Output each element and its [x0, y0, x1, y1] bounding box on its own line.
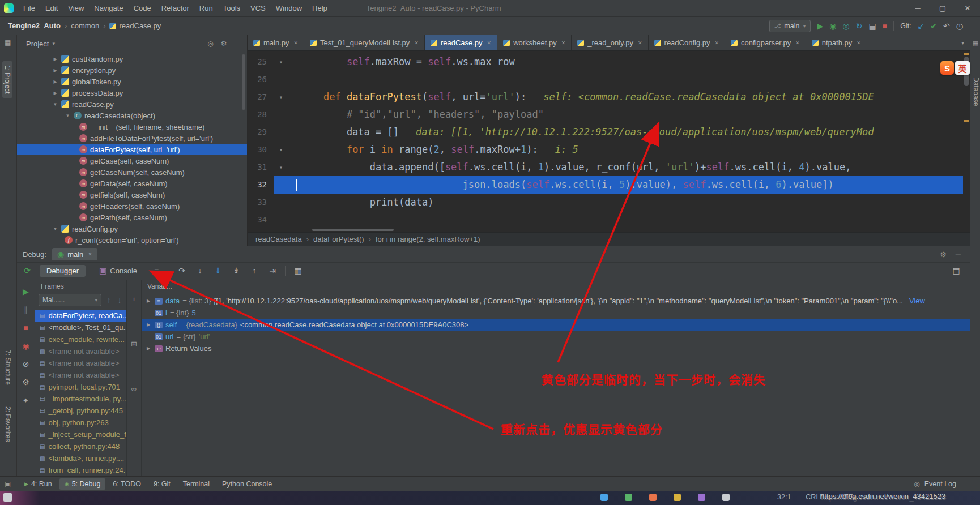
tab-close-icon[interactable]: ✕ — [857, 40, 861, 46]
project-tree-item[interactable]: mgetData(self, caseNum) — [17, 178, 247, 189]
frame-row[interactable]: ▤_importtestmodule, py... — [35, 393, 126, 405]
previous-frame-icon[interactable]: ↑ — [105, 296, 112, 305]
code-line[interactable]: 25▾ self.maxRow = self.ws.max_row — [248, 53, 963, 71]
step-out-icon[interactable]: ↑ — [249, 266, 260, 275]
statusbar-python-console[interactable]: Python Console — [217, 478, 277, 490]
taskbar-app-icon[interactable] — [625, 494, 632, 501]
more-options-icon[interactable]: ≡ — [151, 266, 162, 275]
gear-icon[interactable]: ⚙ — [940, 250, 947, 259]
tool-window-toggle-icon[interactable]: ▣ — [5, 480, 11, 488]
editor-tab[interactable]: readCase.py✕ — [425, 35, 497, 50]
frame-row[interactable]: ▤exec_module, rewrite... — [35, 333, 126, 345]
evaluate-expression-icon[interactable]: ▦ — [292, 266, 304, 275]
frame-row[interactable]: ▤_getobj, python.py:445 — [35, 405, 126, 417]
expand-icon[interactable]: ▶ — [145, 298, 152, 303]
tab-close-icon[interactable]: ✕ — [715, 40, 719, 46]
expand-icon[interactable]: ▶ — [145, 346, 152, 351]
editor-tab[interactable]: readConfig.py✕ — [649, 35, 726, 50]
gear-icon[interactable]: ⚙ — [22, 378, 29, 387]
frame-row[interactable]: ▤obj, python.py:263 — [35, 417, 126, 429]
tab-close-icon[interactable]: ✕ — [638, 40, 642, 46]
menu-vcs[interactable]: VCS — [245, 4, 271, 12]
frame-row[interactable]: ▤<lambda>, runner.py:... — [35, 452, 126, 464]
tree-collapse-icon[interactable]: ▼ — [65, 113, 71, 118]
tab-debugger[interactable]: Debugger — [40, 265, 86, 277]
project-tree-item[interactable]: mgetHeaders(self, caseNum) — [17, 200, 247, 212]
menu-refactor[interactable]: Refactor — [156, 4, 194, 12]
editor-tab[interactable]: ntpath.py✕ — [806, 35, 867, 50]
editor-breadcrumb-item[interactable]: dataForPytest() — [313, 235, 364, 243]
step-over-icon[interactable]: ↷ — [176, 266, 188, 275]
frame-row[interactable]: ▤dataForPytest, readCa... — [35, 310, 126, 322]
code-line[interactable]: 29 data = []data: [[1, 'http://10.12.1.2… — [248, 123, 963, 141]
rerun-debug-icon[interactable]: ⟳ — [22, 266, 33, 275]
git-rollback-button[interactable]: ↶ — [943, 22, 950, 31]
variable-row[interactable]: ▶{}self= {readCasedata}<common.readCase.… — [142, 319, 970, 331]
sogou-icon[interactable]: S — [940, 61, 954, 75]
code-line[interactable]: 27▾ def dataForPytest(self, url='url'):s… — [248, 88, 963, 106]
run-button[interactable]: ▶ — [817, 22, 823, 31]
minimize-icon[interactable]: ─ — [905, 0, 930, 17]
taskbar-app-icon[interactable] — [649, 494, 657, 501]
layout-settings-icon[interactable]: ▤ — [951, 266, 962, 275]
menu-view[interactable]: View — [63, 4, 89, 12]
project-tree-item[interactable]: m__init__(self, filename, sheetname) — [17, 121, 247, 132]
project-tree-item[interactable]: ▶encryption.py — [17, 65, 247, 76]
menu-run[interactable]: Run — [194, 4, 218, 12]
project-tree-item[interactable]: mdataForPytest(self, url='url') — [17, 144, 247, 155]
tab-console[interactable]: ▣ Console — [92, 264, 144, 277]
pin-icon[interactable]: ⌖ — [24, 396, 28, 405]
frame-row[interactable]: ▤<module>, Test_01_qu... — [35, 322, 126, 333]
debug-button[interactable]: ◉ — [829, 22, 836, 31]
view-breakpoints-icon[interactable]: ◉ — [22, 341, 29, 350]
frame-row[interactable]: ▤collect, python.py:448 — [35, 440, 126, 452]
pause-icon[interactable]: ∥ — [24, 305, 28, 314]
tree-expand-icon[interactable]: ▶ — [52, 91, 58, 96]
next-frame-icon[interactable]: ↓ — [116, 296, 123, 305]
tool-windows-icon[interactable]: ▦ — [973, 40, 978, 47]
menu-edit[interactable]: Edit — [40, 4, 63, 12]
code-line[interactable]: 28 # "id","url", "headers", "payload" — [248, 106, 963, 123]
editor-tab[interactable]: configparser.py✕ — [725, 35, 806, 50]
git-commit-button[interactable]: ✔ — [930, 22, 937, 31]
project-tree-item[interactable]: mgetCase(self, caseNum) — [17, 155, 247, 166]
breadcrumb-item[interactable]: Tengine2_Auto — [8, 22, 61, 30]
taskbar-app-icon[interactable] — [674, 494, 681, 501]
menu-window[interactable]: Window — [271, 4, 307, 12]
statusbar-4-run[interactable]: ▶4: Run — [19, 478, 57, 490]
project-tree-item[interactable]: mgetCaseNum(self, caseNum) — [17, 166, 247, 178]
code-line[interactable]: 26 — [248, 71, 963, 88]
editor-tab[interactable]: main.py✕ — [248, 35, 304, 50]
statusbar-5-debug[interactable]: ◉5: Debug — [59, 478, 106, 490]
git-branch-selector[interactable]: ⎇ main ▾ — [769, 20, 811, 32]
tool-windows-icon[interactable]: ▦ — [5, 38, 11, 46]
project-tree-item[interactable]: ▶custRandom.py — [17, 53, 247, 65]
mute-breakpoints-icon[interactable]: ⊘ — [23, 360, 29, 369]
breadcrumb-item[interactable]: readCase.py — [109, 22, 161, 30]
close-icon[interactable]: ✕ — [88, 251, 92, 257]
project-tree-item[interactable]: ▶processData.py — [17, 87, 247, 99]
menu-navigate[interactable]: Navigate — [89, 4, 128, 12]
chevron-down-icon[interactable]: ▾ — [52, 41, 55, 46]
frame-row[interactable]: ▤_inject_setup_module_f... — [35, 429, 126, 440]
hide-panel-icon[interactable]: ─ — [956, 250, 961, 259]
code-line[interactable]: 30▾ for i in range(2, self.maxRow+1):i: … — [248, 141, 963, 159]
frame-row[interactable]: ▤from_call, runner.py:24... — [35, 464, 126, 476]
sidebar-item-structure[interactable]: 7: Structure — [4, 350, 12, 385]
code-line[interactable]: 34 — [248, 211, 963, 229]
statusbar-terminal[interactable]: Terminal — [178, 478, 215, 490]
step-into-icon[interactable]: ↓ — [194, 266, 206, 275]
tree-collapse-icon[interactable]: ▼ — [52, 102, 58, 107]
tab-list-icon[interactable]: ▾ — [956, 40, 970, 46]
stop-icon[interactable]: ■ — [23, 323, 28, 332]
menu-tools[interactable]: Tools — [218, 4, 245, 12]
project-tree-item[interactable]: ▼readCase.py — [17, 99, 247, 110]
code-line[interactable]: 31▾ data.append([self.ws.cell(i, 1).valu… — [248, 159, 963, 176]
tree-collapse-icon[interactable]: ▼ — [52, 226, 58, 232]
project-tree-item[interactable]: fr_conf(section='url', option='url') — [17, 234, 247, 246]
editor-tab[interactable]: Test_01_queryModelList.py✕ — [304, 35, 425, 50]
frame-row[interactable]: ▤pyimport, local.py:701 — [35, 381, 126, 393]
menu-help[interactable]: Help — [307, 4, 333, 12]
variable-row[interactable]: 01url= {str}'url' — [142, 331, 970, 343]
project-tree-item[interactable]: maddFileToDataForPytest(self, url='url') — [17, 132, 247, 144]
